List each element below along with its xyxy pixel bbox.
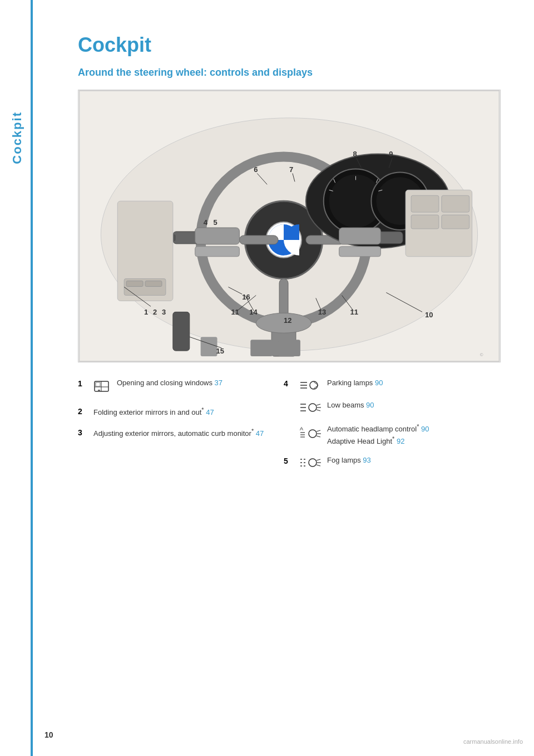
page-ref-auto-headlamp: 90 (421, 425, 429, 433)
page-ref-1: 37 (215, 379, 222, 387)
svg-text:6: 6 (254, 165, 258, 174)
page-ref-2: 47 (206, 408, 214, 416)
svg-text:9: 9 (389, 150, 393, 159)
svg-text:13: 13 (318, 308, 326, 316)
cockpit-svg: 1 2 3 4 5 6 7 8 9 10 11 11 12 (78, 90, 500, 362)
sidebar-label: Cockpit (10, 111, 24, 164)
svg-line-87 (317, 404, 320, 405)
watermark: carmanualsonline.info (463, 738, 523, 745)
svg-rect-30 (126, 281, 143, 287)
svg-text:3: 3 (162, 308, 166, 316)
svg-rect-39 (250, 340, 273, 356)
legend-item-1: 1 Opening and closing windows 37 (78, 378, 273, 397)
legend-text-auto-headlamp: Automatic headlamp control* 90 Adaptive … (327, 423, 429, 446)
svg-rect-33 (411, 195, 439, 212)
svg-line-97 (317, 436, 320, 437)
svg-text:8: 8 (353, 150, 357, 159)
svg-rect-34 (442, 195, 469, 212)
legend-right: 4 (284, 378, 501, 480)
svg-rect-25 (195, 247, 240, 257)
auto-headlamp-icon: A (299, 424, 322, 441)
svg-text:5: 5 (214, 218, 217, 227)
legend-item-2: 2 Folding exterior mirrors in and out* 4… (78, 406, 273, 418)
svg-rect-36 (442, 215, 469, 229)
svg-text:10: 10 (425, 311, 433, 319)
legend-text-1: Opening and closing windows 37 (117, 378, 222, 388)
window-icon (93, 379, 111, 397)
legend-item-4: 4 (284, 378, 501, 446)
parking-lamps-icon (299, 379, 322, 394)
sub-item-auto-headlamp: A Automatic headlamp contr (299, 423, 429, 446)
legend-item-5: 5 (284, 455, 501, 471)
cockpit-diagram: 1 2 3 4 5 6 7 8 9 10 11 11 12 (78, 90, 501, 362)
legend-text-3: Adjusting exterior mirrors, automatic cu… (93, 427, 264, 439)
low-beams-icon (299, 401, 322, 416)
legend-number-5: 5 (284, 456, 296, 465)
legend-area: 1 Opening and closing windows 37 (78, 378, 501, 480)
fog-lamps-icon (299, 456, 322, 471)
svg-text:A: A (300, 426, 303, 431)
legend-text-2: Folding exterior mirrors in and out* 47 (93, 406, 214, 418)
legend-text-fog-lamps: Fog lamps 93 (327, 455, 371, 465)
svg-text:12: 12 (284, 316, 291, 325)
svg-rect-35 (411, 215, 439, 229)
section-title: Around the steering wheel: controls and … (78, 67, 512, 78)
svg-text:14: 14 (249, 308, 258, 316)
legend-item-3: 3 Adjusting exterior mirrors, automatic … (78, 427, 273, 439)
svg-text:15: 15 (216, 347, 224, 355)
svg-text:11: 11 (350, 308, 358, 316)
page-ref-fog-lamps: 93 (363, 456, 370, 464)
sub-item-low-beams: Low beams 90 (299, 400, 429, 416)
svg-rect-40 (278, 340, 300, 356)
svg-rect-24 (195, 228, 240, 244)
svg-rect-41 (201, 337, 217, 356)
legend-left: 1 Opening and closing windows 37 (78, 378, 284, 480)
left-bar (31, 0, 33, 756)
page-ref-3: 47 (256, 429, 264, 438)
svg-text:7: 7 (289, 165, 293, 174)
page-ref-low-beams: 90 (366, 401, 374, 409)
legend-text-parking-lamps: Parking lamps 90 (327, 378, 383, 388)
svg-line-107 (317, 465, 320, 466)
svg-text:©: © (480, 352, 483, 357)
legend-text-low-beams: Low beams 90 (327, 400, 374, 410)
svg-rect-77 (96, 382, 100, 386)
svg-line-95 (317, 430, 320, 431)
legend-number-1: 1 (78, 379, 90, 388)
legend-number-3: 3 (78, 428, 90, 437)
svg-line-89 (317, 410, 320, 411)
svg-text:11: 11 (231, 308, 239, 316)
svg-rect-42 (173, 312, 190, 351)
svg-text:16: 16 (242, 293, 250, 301)
sub-item-parking-lamps: Parking lamps 90 (299, 378, 429, 394)
svg-point-104 (309, 459, 317, 467)
main-content: Cockpit Around the steering wheel: contr… (44, 0, 534, 502)
svg-point-81 (310, 381, 318, 389)
svg-text:2: 2 (153, 308, 157, 316)
page-ref-parking: 90 (375, 379, 383, 387)
legend-number-4: 4 (284, 379, 296, 388)
page-number: 10 (44, 730, 53, 739)
svg-rect-27 (339, 247, 381, 257)
svg-point-94 (309, 430, 317, 438)
svg-text:4: 4 (204, 218, 208, 227)
svg-rect-31 (145, 281, 162, 287)
svg-text:1: 1 (144, 308, 148, 316)
page-title: Cockpit (78, 33, 512, 57)
svg-line-105 (317, 459, 320, 460)
svg-rect-26 (339, 228, 381, 244)
page-ref-adaptive: 92 (397, 437, 404, 445)
legend-number-2: 2 (78, 407, 90, 416)
svg-rect-7 (239, 235, 278, 244)
svg-point-85 (309, 404, 317, 411)
sub-icon-group-4: Parking lamps 90 (299, 378, 429, 446)
